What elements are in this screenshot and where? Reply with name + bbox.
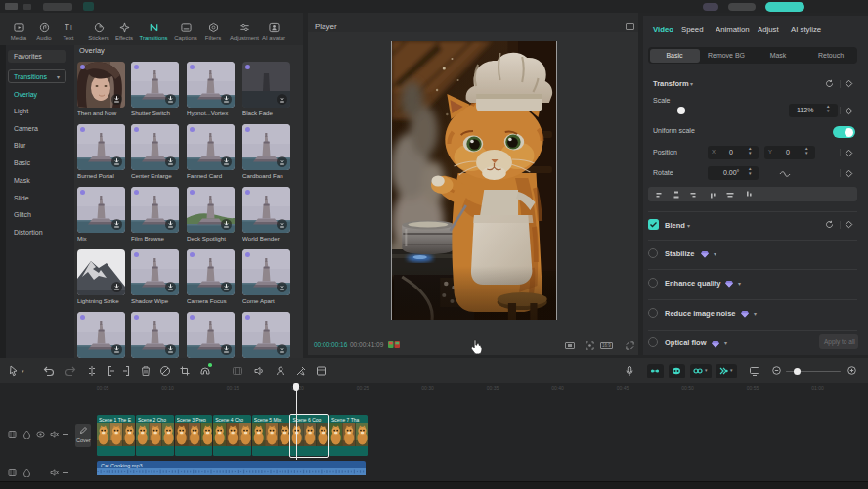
svg-text:T: T bbox=[64, 23, 68, 32]
svg-text:I: I bbox=[69, 24, 71, 31]
